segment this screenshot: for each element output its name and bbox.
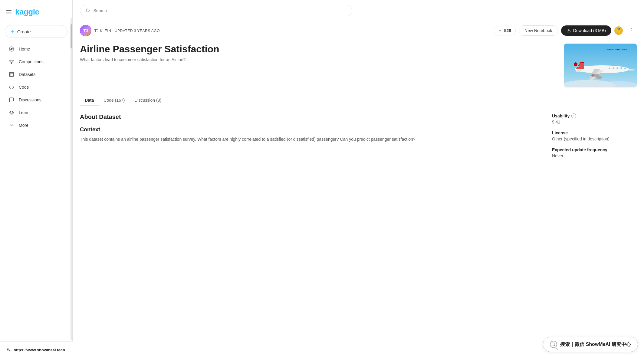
main-section: About Dataset Context This dataset conta…	[80, 113, 537, 164]
vote-count: 528	[504, 28, 511, 33]
svg-point-24	[574, 62, 577, 66]
cursor-icon: ↖	[5, 346, 11, 353]
chat-icon	[8, 97, 15, 103]
separator: ·	[112, 29, 115, 33]
sidebar-code-label: Code	[19, 85, 29, 90]
svg-point-6	[86, 9, 89, 12]
update-freq-label: Expected update frequency	[552, 147, 637, 152]
svg-point-25	[552, 343, 554, 345]
sidebar-home-label: Home	[19, 47, 30, 51]
menu-icon[interactable]	[6, 10, 12, 14]
sidebar-competitions-label: Competitions	[19, 59, 44, 64]
svg-text:JAPAN AIRLINES: JAPAN AIRLINES	[605, 48, 627, 51]
tabs-container: Data Code (167) Discussion (8)	[73, 87, 644, 106]
dataset-title-area: Airline Passenger Satisfaction What fact…	[73, 36, 644, 87]
updated-text: UPDATED 3 YEARS AGO	[115, 29, 160, 33]
dataset-image: JAL JAPAN AIRLINES	[564, 44, 637, 87]
tab-discussion[interactable]: Discussion (8)	[130, 95, 166, 106]
svg-point-17	[613, 67, 614, 69]
svg-rect-2	[9, 72, 14, 77]
sidebar-item-datasets[interactable]: Datasets	[2, 68, 70, 80]
avatar: TJ	[80, 25, 91, 36]
search-icon	[86, 8, 90, 13]
download-label: Download (3 MB)	[573, 28, 606, 33]
sidebar-header: kaggle	[0, 5, 72, 23]
scrollbar[interactable]	[71, 18, 72, 340]
create-label: Create	[17, 29, 31, 34]
more-options-button[interactable]: ⋮	[626, 26, 637, 35]
content-body: About Dataset Context This dataset conta…	[73, 106, 644, 172]
context-title: Context	[80, 126, 537, 133]
svg-line-26	[554, 345, 555, 346]
sidebar-item-learn[interactable]: Learn	[2, 107, 70, 119]
trophy-icon	[8, 59, 15, 65]
sidebar-item-discussions[interactable]: Discussions	[2, 94, 70, 106]
sidebar-datasets-label: Datasets	[19, 72, 35, 77]
dataset-subtitle: What factors lead to customer satisfacti…	[80, 57, 557, 62]
scrollbar-thumb	[71, 24, 72, 48]
create-button[interactable]: + Create	[5, 25, 67, 38]
graduation-icon	[8, 110, 15, 116]
sidebar-learn-label: Learn	[19, 110, 30, 115]
plus-icon: +	[11, 28, 14, 34]
sidebar-more-label: More	[19, 123, 28, 128]
title-section: Airline Passenger Satisfaction What fact…	[80, 44, 557, 62]
usability-info-icon[interactable]: i	[571, 113, 576, 118]
svg-point-19	[620, 67, 622, 69]
table-icon	[8, 71, 15, 77]
svg-point-14	[591, 74, 594, 77]
author-details: TJ KLEIN · UPDATED 3 YEARS AGO	[94, 28, 160, 33]
tab-code[interactable]: Code (167)	[99, 95, 130, 106]
update-freq-label-text: Expected update frequency	[552, 147, 607, 152]
download-icon	[567, 28, 571, 33]
about-dataset-title: About Dataset	[80, 113, 537, 120]
license-value: Other (specified in description)	[552, 136, 637, 141]
footer-url: https://www.showmeai.tech	[14, 348, 65, 352]
sidebar-item-code[interactable]: Code	[2, 81, 70, 93]
watermark-text: 搜索｜微信 ShowMeAI 研究中心	[560, 341, 631, 348]
sidebar: kaggle + Create Home Competitions Datase…	[0, 0, 73, 358]
usability-label: Usability i	[552, 113, 637, 118]
main-content: TJ TJ KLEIN · UPDATED 3 YEARS AGO 528 Ne…	[73, 0, 644, 358]
watermark-search-icon	[550, 341, 557, 348]
usability-label-text: Usability	[552, 113, 570, 118]
svg-rect-21	[576, 72, 630, 72]
new-notebook-button[interactable]: New Notebook	[519, 25, 558, 36]
code-icon	[8, 84, 15, 90]
sidebar-item-home[interactable]: Home	[2, 43, 70, 55]
sidebar-item-more[interactable]: More	[2, 119, 70, 131]
header-actions: 528 New Notebook Download (3 MB) 🥇 ⋮	[494, 25, 637, 36]
author-info: TJ TJ KLEIN · UPDATED 3 YEARS AGO	[80, 25, 160, 36]
search-container	[73, 0, 644, 20]
svg-point-18	[616, 67, 618, 69]
dataset-header: TJ TJ KLEIN · UPDATED 3 YEARS AGO 528 Ne…	[73, 20, 644, 36]
compass-icon	[8, 46, 15, 52]
license-label-text: License	[552, 130, 568, 135]
sidebar-item-competitions[interactable]: Competitions	[2, 56, 70, 68]
svg-marker-1	[11, 48, 12, 50]
dataset-title: Airline Passenger Satisfaction	[80, 44, 557, 55]
chevron-down-icon	[8, 122, 15, 128]
download-button[interactable]: Download (3 MB)	[561, 25, 611, 36]
avatar-inner: TJ	[80, 25, 91, 36]
kaggle-logo: kaggle	[15, 7, 39, 17]
author-name-text: TJ KLEIN	[94, 29, 111, 33]
upvote-icon	[498, 28, 502, 33]
svg-point-15	[596, 76, 602, 79]
license-label: License	[552, 130, 637, 135]
side-section: Usability i 9.41 License Other (specifie…	[552, 113, 637, 164]
svg-text:JAL: JAL	[577, 65, 580, 67]
search-input[interactable]	[94, 8, 347, 13]
svg-point-16	[609, 68, 610, 69]
vote-button[interactable]: 528	[494, 26, 516, 35]
page-footer: ↖ https://www.showmeai.tech	[0, 341, 73, 358]
search-bar[interactable]	[80, 5, 352, 16]
new-notebook-label: New Notebook	[524, 28, 552, 33]
medal-icon: 🥇	[614, 26, 623, 35]
svg-line-7	[89, 11, 90, 12]
update-freq-value: Never	[552, 153, 637, 158]
tab-data[interactable]: Data	[80, 95, 99, 106]
sidebar-discussions-label: Discussions	[19, 97, 41, 102]
author-name: TJ KLEIN · UPDATED 3 YEARS AGO	[94, 29, 160, 33]
airplane-image: JAL JAPAN AIRLINES	[564, 44, 637, 87]
